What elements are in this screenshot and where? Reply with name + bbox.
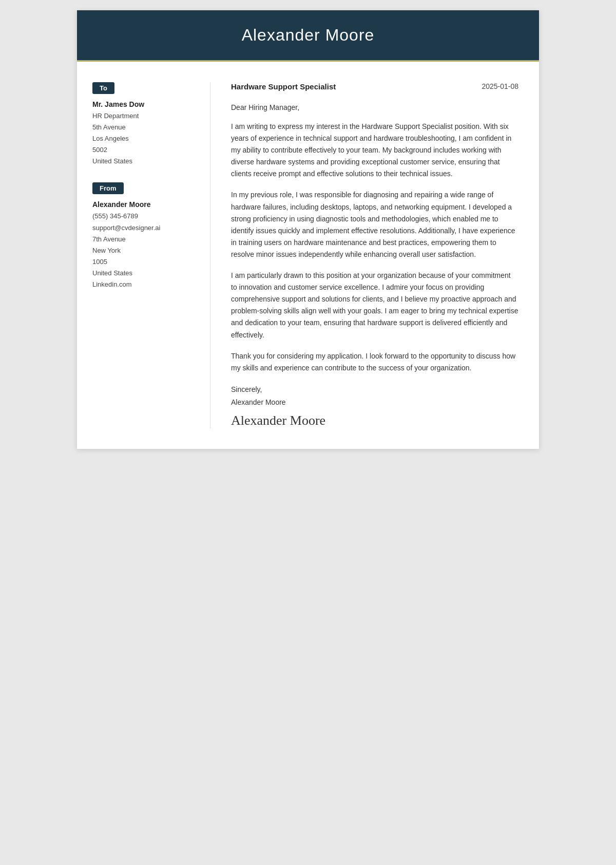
to-badge: To: [92, 82, 114, 94]
from-name: Alexander Moore: [92, 200, 195, 209]
content: To Mr. James Dow HR Department 5th Avenu…: [77, 62, 539, 449]
from-phone: (555) 345-6789: [92, 211, 195, 222]
to-line5: United States: [92, 156, 195, 167]
from-badge: From: [92, 182, 124, 194]
paragraph1: I am writing to express my interest in t…: [231, 121, 518, 180]
paragraph3: I am particularly drawn to this position…: [231, 270, 518, 341]
closing: Sincerely, Alexander Moore: [231, 383, 518, 409]
closing-name: Alexander Moore: [231, 396, 518, 409]
paragraph4: Thank you for considering my application…: [231, 350, 518, 374]
from-street: 7th Avenue: [92, 234, 195, 245]
to-name: Mr. James Dow: [92, 100, 195, 108]
closing-salutation: Sincerely,: [231, 383, 518, 396]
sidebar: To Mr. James Dow HR Department 5th Avenu…: [77, 82, 210, 428]
to-line4: 5002: [92, 144, 195, 156]
header-name: Alexander Moore: [98, 26, 518, 45]
to-section: To Mr. James Dow HR Department 5th Avenu…: [92, 82, 195, 167]
letter-date: 2025-01-08: [482, 82, 518, 90]
main-content: Hardware Support Specialist 2025-01-08 D…: [210, 82, 539, 428]
from-section: From Alexander Moore (555) 345-6789 supp…: [92, 182, 195, 290]
from-email: support@cvdesigner.ai: [92, 222, 195, 234]
to-line3: Los Angeles: [92, 133, 195, 144]
job-title: Hardware Support Specialist: [231, 82, 336, 91]
from-city: New York: [92, 245, 195, 256]
signature: Alexander Moore: [231, 413, 518, 428]
greeting: Dear Hiring Manager,: [231, 103, 518, 111]
header: Alexander Moore: [77, 10, 539, 60]
page: Alexander Moore To Mr. James Dow HR Depa…: [77, 10, 539, 449]
to-line2: 5th Avenue: [92, 122, 195, 133]
from-country: United States: [92, 268, 195, 279]
letter-header-row: Hardware Support Specialist 2025-01-08: [231, 82, 518, 91]
from-zip: 1005: [92, 256, 195, 268]
paragraph2: In my previous role, I was responsible f…: [231, 189, 518, 260]
from-linkedin: Linkedin.com: [92, 279, 195, 290]
to-line1: HR Department: [92, 110, 195, 122]
